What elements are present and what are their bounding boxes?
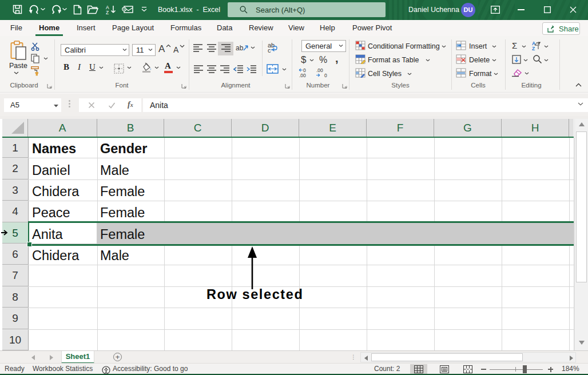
svg-text:Z: Z	[106, 10, 109, 15]
svg-text:c: c	[268, 47, 271, 53]
svg-text:.00: .00	[316, 67, 323, 73]
svg-text:0: 0	[324, 73, 327, 78]
svg-text:ab: ab	[236, 44, 244, 52]
svg-text:Z: Z	[532, 46, 535, 50]
svg-text:.00: .00	[299, 73, 306, 78]
